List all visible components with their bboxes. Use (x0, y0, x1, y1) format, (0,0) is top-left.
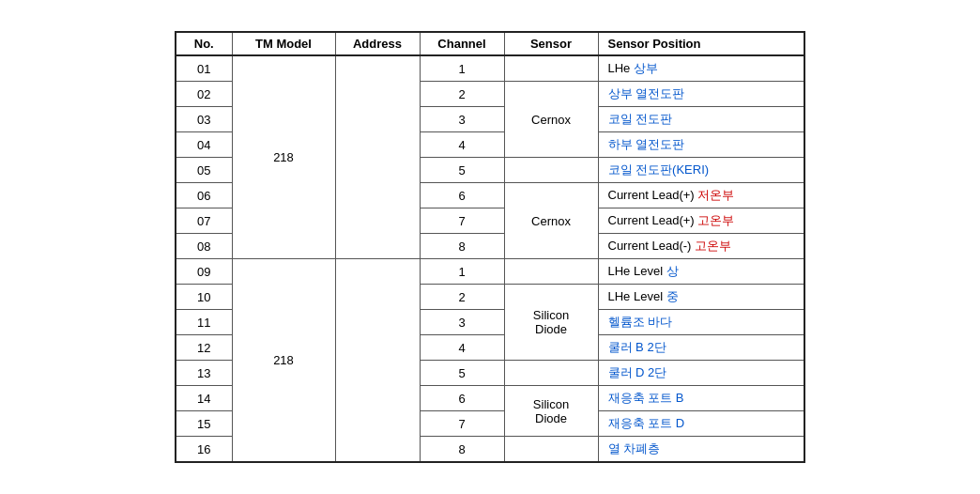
cell-no: 04 (176, 132, 232, 158)
cell-no: 15 (176, 411, 232, 437)
cell-position: Current Lead(-) 고온부 (598, 234, 804, 259)
cell-sensor: Silicon Diode (504, 285, 598, 361)
cell-position: 상부 열전도판 (598, 82, 804, 107)
cell-position: LHe Level 중 (598, 285, 804, 310)
header-sensor: Sensor (504, 32, 598, 55)
cell-no: 09 (176, 259, 232, 285)
cell-position: 열 차폐층 (598, 437, 804, 463)
cell-no: 13 (176, 361, 232, 386)
cell-tm-model: 218 (232, 259, 335, 463)
cell-position: 하부 열전도판 (598, 132, 804, 158)
cell-channel: 6 (420, 386, 504, 411)
cell-no: 06 (176, 183, 232, 208)
header-tm: TM Model (232, 32, 335, 55)
cell-position: 쿨러 D 2단 (598, 361, 804, 386)
cell-position: 재응축 포트 B (598, 386, 804, 411)
cell-position: 재응축 포트 D (598, 411, 804, 437)
cell-no: 08 (176, 234, 232, 259)
cell-no: 14 (176, 386, 232, 411)
cell-channel: 5 (420, 158, 504, 183)
cell-no: 07 (176, 208, 232, 234)
cell-channel: 2 (420, 285, 504, 310)
cell-no: 16 (176, 437, 232, 463)
cell-sensor: Cernox (504, 82, 598, 158)
cell-channel: 7 (420, 411, 504, 437)
cell-channel: 1 (420, 259, 504, 285)
cell-position: LHe Level 상 (598, 259, 804, 285)
cell-channel: 3 (420, 107, 504, 132)
header-address: Address (335, 32, 420, 55)
cell-channel: 6 (420, 183, 504, 208)
cell-address (335, 259, 420, 463)
cell-channel: 4 (420, 132, 504, 158)
table-row: 092181LHe Level 상 (176, 259, 804, 285)
cell-no: 12 (176, 335, 232, 361)
cell-position: 쿨러 B 2단 (598, 335, 804, 361)
cell-no: 03 (176, 107, 232, 132)
cell-channel: 8 (420, 437, 504, 463)
header-row: No. TM Model Address Channel Sensor Sens… (176, 32, 804, 55)
cell-channel: 2 (420, 82, 504, 107)
cell-no: 11 (176, 310, 232, 335)
sensor-table: No. TM Model Address Channel Sensor Sens… (175, 31, 805, 463)
cell-position: Current Lead(+) 고온부 (598, 208, 804, 234)
table-body: 012181LHe 상부022Cernox상부 열전도판033코일 전도판044… (176, 55, 804, 462)
cell-position: 코일 전도판(KERI) (598, 158, 804, 183)
cell-channel: 5 (420, 361, 504, 386)
cell-position: LHe 상부 (598, 55, 804, 82)
table-row: 012181LHe 상부 (176, 55, 804, 82)
cell-no: 02 (176, 82, 232, 107)
cell-sensor (504, 437, 598, 463)
header-position: Sensor Position (598, 32, 804, 55)
cell-address (335, 55, 420, 259)
cell-sensor: Silicon Diode (504, 386, 598, 437)
cell-channel: 8 (420, 234, 504, 259)
cell-channel: 4 (420, 335, 504, 361)
main-container: No. TM Model Address Channel Sensor Sens… (156, 12, 824, 482)
cell-sensor (504, 259, 598, 285)
cell-sensor (504, 158, 598, 183)
cell-position: 헬륨조 바다 (598, 310, 804, 335)
cell-position: 코일 전도판 (598, 107, 804, 132)
cell-sensor: Cernox (504, 183, 598, 259)
cell-channel: 1 (420, 55, 504, 82)
cell-channel: 3 (420, 310, 504, 335)
cell-sensor (504, 361, 598, 386)
cell-position: Current Lead(+) 저온부 (598, 183, 804, 208)
cell-channel: 7 (420, 208, 504, 234)
cell-tm-model: 218 (232, 55, 335, 259)
header-channel: Channel (420, 32, 504, 55)
header-no: No. (176, 32, 232, 55)
cell-sensor (504, 55, 598, 82)
cell-no: 05 (176, 158, 232, 183)
cell-no: 10 (176, 285, 232, 310)
cell-no: 01 (176, 55, 232, 82)
